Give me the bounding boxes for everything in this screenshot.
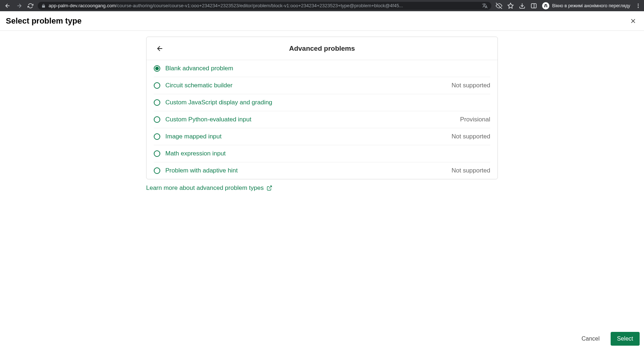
card-title: Advanced problems bbox=[154, 45, 490, 53]
option-status: Not supported bbox=[451, 133, 490, 140]
svg-point-4 bbox=[638, 7, 639, 8]
back-button[interactable] bbox=[154, 42, 166, 55]
radio-button[interactable] bbox=[154, 65, 160, 72]
option-row[interactable]: Math expression input bbox=[154, 145, 490, 162]
radio-button[interactable] bbox=[154, 133, 160, 140]
incognito-badge: Вікно в режимі анонімного перегляду bbox=[542, 2, 630, 9]
learn-more: Learn more about advanced problem types bbox=[146, 184, 498, 192]
browser-chrome: app-palm-dev.raccoongang.com/course-auth… bbox=[0, 0, 644, 11]
menu-icon[interactable] bbox=[635, 3, 641, 9]
reload-browser-button[interactable] bbox=[28, 3, 33, 9]
learn-more-text: Learn more about advanced problem types bbox=[146, 184, 264, 192]
option-status: Not supported bbox=[451, 82, 490, 89]
radio-button[interactable] bbox=[154, 99, 160, 106]
incognito-icon bbox=[542, 2, 549, 9]
nav-buttons bbox=[4, 3, 33, 9]
incognito-text: Вікно в режимі анонімного перегляду bbox=[552, 3, 630, 8]
option-label: Blank advanced problem bbox=[165, 65, 490, 72]
eye-off-icon[interactable] bbox=[496, 3, 502, 9]
option-label: Image mapped input bbox=[165, 133, 451, 140]
radio-button[interactable] bbox=[154, 82, 160, 89]
option-row[interactable]: Problem with adaptive hintNot supported bbox=[154, 162, 490, 179]
close-button[interactable] bbox=[628, 16, 638, 26]
external-link-icon bbox=[267, 185, 272, 191]
select-button[interactable]: Select bbox=[611, 332, 640, 346]
back-browser-button[interactable] bbox=[4, 3, 11, 9]
download-icon[interactable] bbox=[519, 3, 525, 9]
svg-point-2 bbox=[638, 4, 639, 5]
radio-button[interactable] bbox=[154, 167, 160, 174]
option-label: Custom JavaScript display and grading bbox=[165, 99, 490, 106]
content-area: Advanced problems Blank advanced problem… bbox=[0, 31, 644, 192]
radio-button[interactable] bbox=[154, 116, 160, 123]
cancel-button[interactable]: Cancel bbox=[575, 332, 606, 346]
option-row[interactable]: Image mapped inputNot supported bbox=[154, 128, 490, 145]
url-text: app-palm-dev.raccoongang.com/course-auth… bbox=[49, 3, 479, 8]
option-row[interactable]: Custom JavaScript display and grading bbox=[154, 94, 490, 111]
chrome-actions: Вікно в режимі анонімного перегляду bbox=[496, 2, 641, 9]
option-status: Not supported bbox=[451, 167, 490, 174]
svg-point-3 bbox=[638, 5, 639, 6]
lock-icon bbox=[41, 4, 46, 8]
option-label: Custom Python-evaluated input bbox=[165, 116, 460, 123]
radio-button[interactable] bbox=[154, 150, 160, 157]
panel-icon[interactable] bbox=[531, 3, 537, 9]
option-row[interactable]: Circuit schematic builderNot supported bbox=[154, 77, 490, 94]
option-row[interactable]: Blank advanced problem bbox=[154, 60, 490, 77]
option-status: Provisional bbox=[460, 116, 490, 123]
page-title: Select problem type bbox=[6, 16, 82, 26]
option-label: Circuit schematic builder bbox=[165, 82, 451, 89]
learn-more-link[interactable]: Learn more about advanced problem types bbox=[146, 184, 272, 192]
forward-browser-button[interactable] bbox=[16, 3, 22, 9]
translate-icon[interactable] bbox=[482, 3, 488, 9]
footer-actions: Cancel Select bbox=[575, 332, 640, 346]
page-header: Select problem type bbox=[0, 11, 644, 31]
card-header: Advanced problems bbox=[146, 37, 498, 60]
option-row[interactable]: Custom Python-evaluated inputProvisional bbox=[154, 111, 490, 128]
star-icon[interactable] bbox=[507, 3, 514, 9]
options-list: Blank advanced problemCircuit schematic … bbox=[146, 60, 498, 179]
option-label: Math expression input bbox=[165, 150, 490, 157]
url-bar[interactable]: app-palm-dev.raccoongang.com/course-auth… bbox=[38, 2, 491, 10]
problem-type-card: Advanced problems Blank advanced problem… bbox=[146, 37, 498, 179]
option-label: Problem with adaptive hint bbox=[165, 167, 451, 174]
